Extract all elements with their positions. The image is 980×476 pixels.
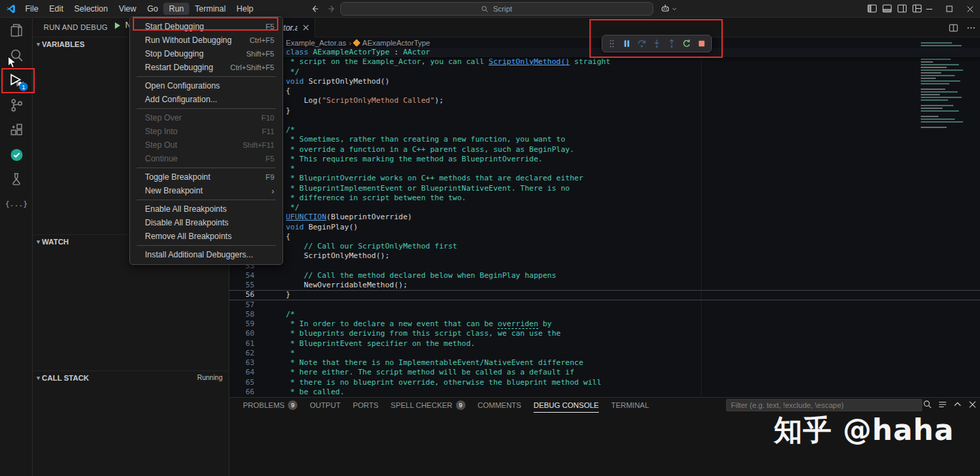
maximize-panel-icon[interactable] [953,400,962,409]
code-line-60[interactable]: 60 * blueprints deriving from this scrip… [229,329,980,338]
menu-item-disable-all-breakpoints[interactable]: Disable All Breakpoints [130,216,282,229]
debug-console-filter-input[interactable] [726,399,922,411]
menu-item-run-without-debugging[interactable]: Run Without DebuggingCtrl+F5 [130,33,282,47]
code-line-46[interactable]: 46 * difference in script between the tw… [229,193,980,203]
chevron-down-icon: ▾ [37,41,40,48]
code-line-41[interactable]: 41 * override a function in a C++ parent… [229,145,980,155]
titlebar: FileEditSelectionViewGoRunTerminalHelp S… [0,0,980,18]
menu-item-step-into: Step IntoF11 [130,125,282,138]
code-line-47[interactable]: 47 */ [229,203,980,212]
code-line-61[interactable]: 61 * BlueprintEvent specifier on the met… [229,339,980,349]
panel-tab-spell-checker[interactable]: SPELL CHECKER9 [391,398,466,413]
find-icon[interactable] [923,400,932,409]
split-editor-icon[interactable] [949,23,958,33]
menu-item-open-configurations[interactable]: Open Configurations [130,79,282,93]
code-line-45[interactable]: 45 * BlueprintImplementEvent or Blueprin… [229,184,980,193]
output-list-icon[interactable] [938,400,947,409]
code-line-43[interactable]: 43 * [229,164,980,174]
close-panel-icon[interactable] [968,400,977,409]
toggle-secondary-sidebar-icon[interactable] [897,3,907,14]
code-line-57[interactable]: 57 [229,300,980,310]
menu-item-remove-all-breakpoints[interactable]: Remove All Breakpoints [130,229,282,243]
menu-item-add-configuration[interactable]: Add Configuration... [130,93,282,106]
code-line-44[interactable]: 44 * BlueprintOverride works on C++ meth… [229,174,980,183]
panel-tab-debug-console[interactable]: DEBUG CONSOLE [534,398,599,413]
copilot-button[interactable] [660,3,677,14]
menu-edit[interactable]: Edit [44,3,69,15]
breadcrumb-file[interactable]: Example_Actor.as [286,39,346,47]
code-line-53[interactable]: 53 [229,261,980,271]
menu-run[interactable]: Run [163,3,189,15]
menu-item-stop-debugging[interactable]: Stop DebuggingShift+F5 [130,47,282,61]
search-icon [481,5,489,13]
menu-item-new-breakpoint[interactable]: New Breakpoint› [130,184,282,197]
menu-terminal[interactable]: Terminal [189,3,231,15]
code-area[interactable]: class AExampleActorType : AActor 32 * sc… [229,48,980,397]
code-line-55[interactable]: 55 NewOverridableMethod(); [229,281,980,290]
code-line-66[interactable]: 66 * be called. [229,387,980,397]
toggle-panel-icon[interactable] [882,3,892,14]
menu-separator [137,108,276,109]
menu-selection[interactable]: Selection [69,3,113,15]
code-line-48[interactable]: 48UFUNCTION(BlueprintOverride) [229,212,980,222]
editor-group: Example_Actor.as Example_Actor.as › AExa… [229,18,980,397]
maximize-icon[interactable] [939,0,960,18]
code-line-56[interactable]: 56} [229,290,980,300]
code-line-58[interactable]: 58/* [229,310,980,319]
braces-icon[interactable]: {...} [8,195,24,212]
panel-tab-output[interactable]: OUTPUT [310,398,340,413]
code-line-39[interactable]: 39/* [229,125,980,135]
panel-tab-comments[interactable]: COMMENTS [478,398,521,413]
code-line-51[interactable]: 51 // Call our ScriptOnlyMethod first [229,242,980,251]
tab-close-icon[interactable] [303,25,309,31]
panel-tab-terminal[interactable]: TERMINAL [611,398,649,413]
code-line-50[interactable]: 50{ [229,232,980,242]
code-line-36[interactable]: 36 Log("ScriptOnlyMethod Called"); [229,96,980,106]
flask-icon[interactable] [8,171,24,187]
code-line-37[interactable]: 37} [229,106,980,116]
menu-item-enable-all-breakpoints[interactable]: Enable All Breakpoints [130,202,282,216]
code-line-49[interactable]: 49void BeginPlay() [229,223,980,232]
run-menu-dropdown: Start DebuggingF5Run Without DebuggingCt… [129,16,283,265]
menu-file[interactable]: File [20,3,44,15]
command-center-search[interactable]: Script [340,2,653,16]
code-line-64[interactable]: 64 * here either. The script method will… [229,368,980,377]
code-line-62[interactable]: 62 * [229,349,980,358]
menu-help[interactable]: Help [231,3,259,15]
code-line-40[interactable]: 40 * Sometimes, rather than creating a n… [229,135,980,144]
explorer-icon[interactable] [8,22,24,38]
code-line-33[interactable]: 33 */ [229,67,980,77]
source-control-icon[interactable] [8,97,24,113]
menu-item-restart-debugging[interactable]: Restart DebuggingCtrl+Shift+F5 [130,61,282,74]
breadcrumb-symbol[interactable]: AExampleActorType [362,39,430,47]
back-arrow-icon[interactable] [310,4,320,14]
more-actions-icon[interactable] [966,23,976,33]
annotation-red-box-debug-icon [1,68,35,93]
code-line-52[interactable]: 52 ScriptOnlyMethod(); [229,251,980,261]
close-window-icon[interactable] [960,0,980,18]
code-line-59[interactable]: 59 * In order to declare a new event tha… [229,319,980,329]
code-line-42[interactable]: 42 * This requires marking the method as… [229,155,980,164]
toggle-sidebar-icon[interactable] [867,3,877,14]
code-line-32[interactable]: 32 * script on the Example_Actor, you ca… [229,57,980,67]
breadcrumb[interactable]: Example_Actor.as › AExampleActorType [286,37,430,48]
code-line-35[interactable]: 35{ [229,86,980,96]
check-circle-icon[interactable] [8,146,24,163]
code-line-63[interactable]: 63 * Note that there is no Implementable… [229,358,980,368]
menu-item-toggle-breakpoint[interactable]: Toggle BreakpointF9 [130,170,282,184]
minimize-icon[interactable] [919,0,939,18]
code-line-65[interactable]: 65 * there is no blueprint override, oth… [229,378,980,387]
debug-config-dropdown[interactable]: N [113,20,131,30]
panel-tab-ports[interactable]: PORTS [353,398,378,413]
callstack-section-header[interactable]: ▾ CALL STACK Running [33,370,229,384]
chevron-down-icon: ▾ [37,375,40,381]
forward-arrow-icon[interactable] [327,4,336,14]
menu-item-install-additional-debuggers[interactable]: Install Additional Debuggers... [130,248,282,261]
extensions-icon[interactable] [8,121,24,138]
menu-view[interactable]: View [113,3,142,15]
panel-tab-problems[interactable]: PROBLEMS9 [243,398,297,413]
code-line-54[interactable]: 54 // Call the method declared below whe… [229,271,980,281]
code-line-34[interactable]: 34void ScriptOnlyMethod() [229,77,980,86]
code-line-38[interactable]: 38 [229,116,980,125]
menu-go[interactable]: Go [142,3,163,15]
